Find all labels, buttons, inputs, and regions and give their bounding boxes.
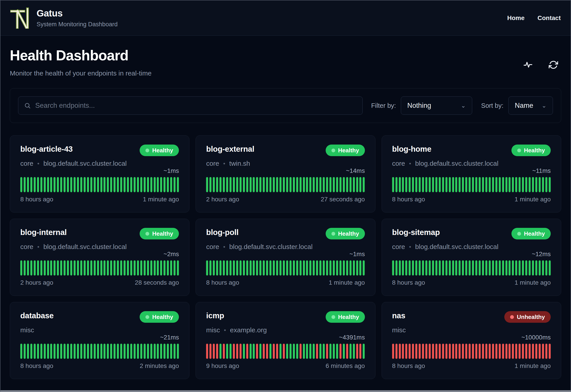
uptime-bar-success[interactable] xyxy=(210,260,211,276)
uptime-bar-success[interactable] xyxy=(74,260,75,276)
uptime-bar-success[interactable] xyxy=(94,260,96,276)
uptime-bar-success[interactable] xyxy=(107,344,109,359)
uptime-bar-success[interactable] xyxy=(84,177,86,192)
uptime-bar-success[interactable] xyxy=(359,260,361,276)
uptime-bar-success[interactable] xyxy=(27,344,29,359)
uptime-bar-success[interactable] xyxy=(259,177,261,192)
uptime-bar-success[interactable] xyxy=(525,177,527,192)
uptime-bar-success[interactable] xyxy=(313,260,315,276)
uptime-bar-success[interactable] xyxy=(316,177,318,192)
uptime-bar-success[interactable] xyxy=(123,344,126,359)
uptime-bar-success[interactable] xyxy=(452,177,454,192)
uptime-bar-success[interactable] xyxy=(80,344,82,359)
uptime-bar-success[interactable] xyxy=(336,260,338,276)
uptime-bar-success[interactable] xyxy=(236,177,238,192)
uptime-bar-success[interactable] xyxy=(442,177,444,192)
refresh-icon[interactable] xyxy=(549,60,558,70)
uptime-bar-failure[interactable] xyxy=(419,344,421,359)
uptime-bar-success[interactable] xyxy=(333,260,335,276)
uptime-bar-success[interactable] xyxy=(356,260,358,276)
uptime-bar-success[interactable] xyxy=(289,177,291,192)
uptime-bar-failure[interactable] xyxy=(236,344,238,359)
uptime-bar-success[interactable] xyxy=(283,177,285,192)
uptime-bar-success[interactable] xyxy=(97,344,99,359)
uptime-bar-failure[interactable] xyxy=(422,344,424,359)
uptime-bar-success[interactable] xyxy=(300,177,301,192)
uptime-bar-success[interactable] xyxy=(177,344,179,359)
uptime-bar-success[interactable] xyxy=(223,177,225,192)
uptime-bar-success[interactable] xyxy=(306,177,308,192)
uptime-bar-success[interactable] xyxy=(170,344,172,359)
uptime-bar-failure[interactable] xyxy=(216,344,218,359)
uptime-bar-success[interactable] xyxy=(174,260,176,276)
uptime-bar-success[interactable] xyxy=(409,177,411,192)
uptime-bar-success[interactable] xyxy=(114,260,116,276)
uptime-bar-success[interactable] xyxy=(392,177,394,192)
uptime-bar-success[interactable] xyxy=(519,177,521,192)
uptime-bar-success[interactable] xyxy=(479,177,481,192)
uptime-bar-success[interactable] xyxy=(107,260,109,276)
uptime-bar-success[interactable] xyxy=(436,260,437,276)
search-input[interactable] xyxy=(31,102,357,110)
uptime-bar-success[interactable] xyxy=(415,177,417,192)
uptime-bar-failure[interactable] xyxy=(246,344,248,359)
uptime-bar-success[interactable] xyxy=(30,260,32,276)
uptime-bar-failure[interactable] xyxy=(266,344,268,359)
uptime-bar-success[interactable] xyxy=(24,260,26,276)
uptime-bar-success[interactable] xyxy=(100,344,102,359)
uptime-bar-success[interactable] xyxy=(160,260,162,276)
uptime-bar-success[interactable] xyxy=(509,177,511,192)
uptime-bar-success[interactable] xyxy=(306,344,308,359)
uptime-bar-success[interactable] xyxy=(150,344,152,359)
uptime-bar-success[interactable] xyxy=(127,177,129,192)
uptime-bar-success[interactable] xyxy=(475,177,477,192)
uptime-bar-success[interactable] xyxy=(465,177,467,192)
uptime-bar-success[interactable] xyxy=(266,260,268,276)
uptime-bar-success[interactable] xyxy=(134,177,135,192)
uptime-bar-success[interactable] xyxy=(286,260,288,276)
uptime-bar-success[interactable] xyxy=(70,177,72,192)
uptime-bar-success[interactable] xyxy=(77,260,79,276)
uptime-bar-success[interactable] xyxy=(412,177,414,192)
uptime-bar-success[interactable] xyxy=(110,260,112,276)
uptime-bars[interactable] xyxy=(206,344,365,359)
uptime-bar-success[interactable] xyxy=(439,177,441,192)
uptime-bar-success[interactable] xyxy=(340,177,342,192)
uptime-bar-success[interactable] xyxy=(395,260,397,276)
uptime-bar-success[interactable] xyxy=(229,177,231,192)
uptime-bar-success[interactable] xyxy=(97,177,99,192)
uptime-bar-success[interactable] xyxy=(343,260,345,276)
uptime-bar-success[interactable] xyxy=(343,344,345,359)
uptime-bar-success[interactable] xyxy=(147,177,149,192)
uptime-bar-failure[interactable] xyxy=(462,344,464,359)
uptime-bar-success[interactable] xyxy=(170,177,172,192)
uptime-bar-success[interactable] xyxy=(167,177,169,192)
uptime-bar-success[interactable] xyxy=(286,177,288,192)
uptime-bar-success[interactable] xyxy=(37,344,39,359)
uptime-bar-success[interactable] xyxy=(289,260,291,276)
uptime-bar-success[interactable] xyxy=(130,177,132,192)
uptime-bar-failure[interactable] xyxy=(399,344,401,359)
uptime-bar-success[interactable] xyxy=(529,177,531,192)
uptime-bar-success[interactable] xyxy=(280,344,282,359)
uptime-bar-success[interactable] xyxy=(532,177,534,192)
uptime-bar-success[interactable] xyxy=(256,260,258,276)
uptime-bar-success[interactable] xyxy=(154,344,156,359)
uptime-bar-success[interactable] xyxy=(160,177,162,192)
uptime-bar-failure[interactable] xyxy=(499,344,501,359)
uptime-bar-success[interactable] xyxy=(233,260,235,276)
uptime-bar-success[interactable] xyxy=(64,260,66,276)
uptime-bar-success[interactable] xyxy=(174,177,176,192)
uptime-bar-success[interactable] xyxy=(472,260,474,276)
uptime-bar-failure[interactable] xyxy=(509,344,511,359)
uptime-bar-success[interactable] xyxy=(220,177,222,192)
uptime-bar-success[interactable] xyxy=(213,177,215,192)
uptime-bar-failure[interactable] xyxy=(469,344,471,359)
uptime-bar-success[interactable] xyxy=(336,177,338,192)
uptime-bar-success[interactable] xyxy=(319,344,321,359)
uptime-bar-failure[interactable] xyxy=(482,344,484,359)
uptime-bar-success[interactable] xyxy=(84,344,86,359)
uptime-bar-success[interactable] xyxy=(100,177,102,192)
uptime-bar-success[interactable] xyxy=(150,260,152,276)
uptime-bar-success[interactable] xyxy=(485,260,487,276)
